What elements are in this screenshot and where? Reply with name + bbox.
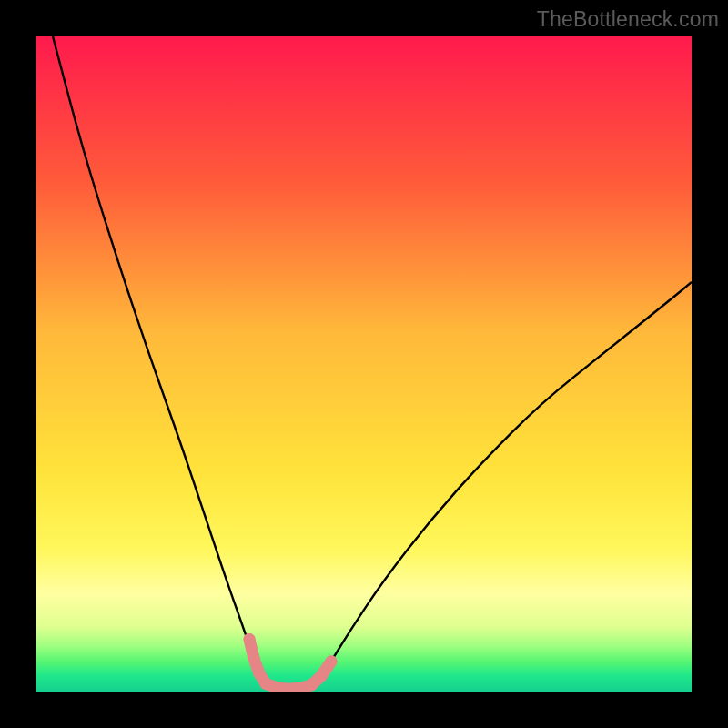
chart-frame: TheBottleneck.com: [0, 0, 728, 728]
chart-curves: [36, 36, 692, 692]
plot-area: [36, 36, 692, 692]
marker-dot: [326, 655, 338, 667]
watermark-text: TheBottleneck.com: [537, 7, 719, 32]
marker-dot: [260, 678, 272, 690]
marker-dot: [316, 670, 328, 682]
marker-dot: [306, 679, 318, 691]
left-curve: [53, 36, 298, 689]
marker-dot: [244, 633, 256, 645]
marker-dot: [253, 667, 265, 679]
marker-dot: [248, 653, 260, 665]
right-curve: [298, 282, 692, 689]
salmon-markers: [244, 633, 338, 692]
